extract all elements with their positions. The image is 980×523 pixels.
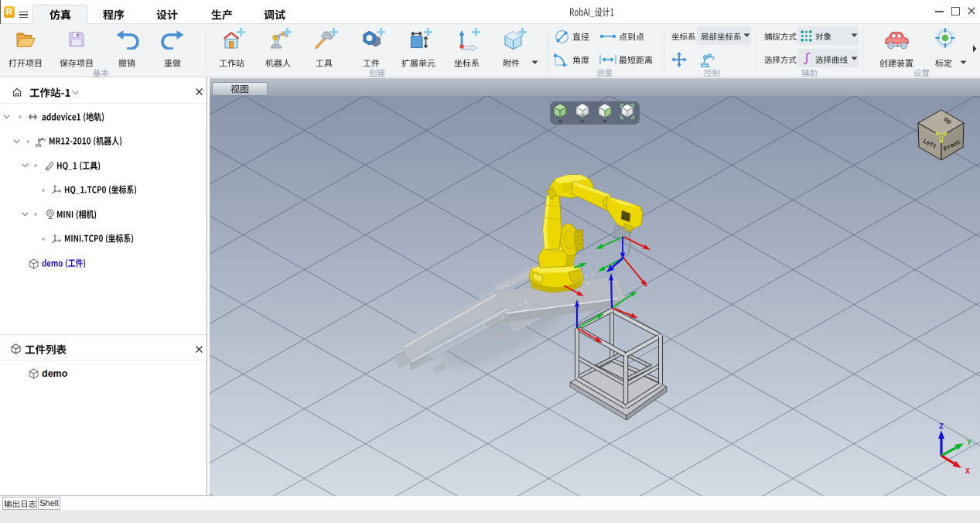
svg-text:Solid: Solid	[577, 113, 589, 118]
svg-text:Y: Y	[967, 439, 971, 447]
svg-text:Z: Z	[939, 422, 944, 431]
svg-text:X: X	[965, 467, 970, 476]
